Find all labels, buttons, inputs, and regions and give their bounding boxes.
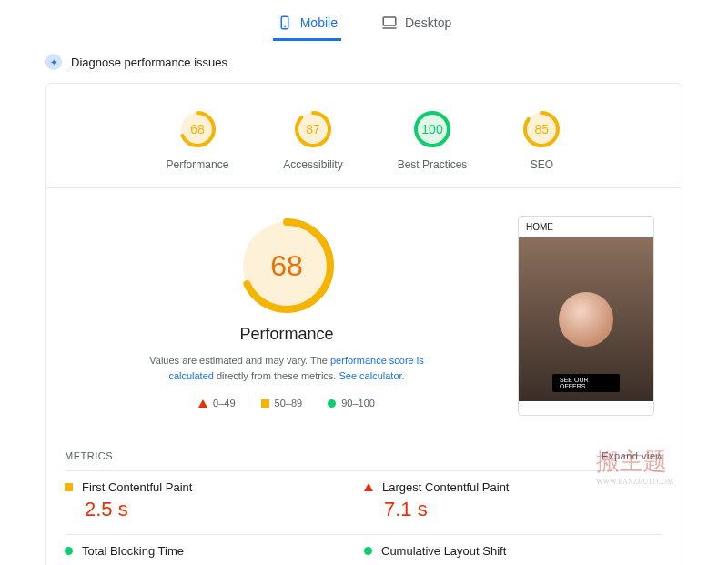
circle-icon bbox=[328, 399, 336, 408]
svg-rect-2 bbox=[383, 17, 396, 25]
gauge-label: SEO bbox=[531, 158, 553, 171]
metric-name: First Contentful Paint bbox=[82, 480, 192, 494]
gauge-value: 68 bbox=[177, 109, 217, 149]
preview-header: HOME bbox=[519, 217, 653, 237]
performance-gauge-large: 68 bbox=[237, 216, 337, 316]
mobile-icon bbox=[277, 15, 293, 31]
performance-section: 68 Performance Values are estimated and … bbox=[46, 188, 682, 434]
tab-desktop[interactable]: Desktop bbox=[378, 7, 455, 41]
metric-value: 30 ms bbox=[85, 561, 364, 565]
metric-value: 7.1 s bbox=[384, 498, 663, 521]
expand-view-link[interactable]: Expand view bbox=[602, 450, 663, 461]
metric-first-contentful-paint: First Contentful Paint2.5 s bbox=[65, 470, 364, 534]
circle-icon bbox=[65, 547, 73, 555]
gauge-performance[interactable]: 68Performance bbox=[167, 109, 229, 171]
triangle-icon bbox=[198, 399, 207, 408]
gauge-value: 87 bbox=[293, 109, 333, 149]
metric-total-blocking-time: Total Blocking Time30 ms bbox=[65, 534, 364, 565]
gauge-best-practices[interactable]: 100Best Practices bbox=[398, 109, 468, 171]
see-calculator-link[interactable]: See calculator. bbox=[339, 370, 404, 381]
performance-score: 68 bbox=[237, 216, 337, 316]
tab-mobile-label: Mobile bbox=[300, 15, 338, 30]
circle-icon bbox=[364, 547, 372, 555]
metric-cumulative-layout-shift: Cumulative Layout Shift0 bbox=[364, 534, 663, 565]
gauge-value: 85 bbox=[521, 109, 561, 149]
preview-person bbox=[559, 292, 613, 347]
device-tabs: Mobile Desktop bbox=[0, 0, 728, 41]
gauge-seo[interactable]: 85SEO bbox=[521, 109, 561, 171]
diagnose-header: ✦ Diagnose performance issues bbox=[0, 41, 728, 83]
preview-cta: SEE OUR OFFERS bbox=[552, 374, 620, 392]
diagnose-label: Diagnose performance issues bbox=[71, 55, 228, 69]
score-legend: 0–49 50–89 90–100 bbox=[198, 398, 375, 409]
gauge-label: Accessibility bbox=[283, 158, 342, 171]
metric-largest-contentful-paint: Largest Contentful Paint7.1 s bbox=[364, 470, 663, 534]
metrics-grid: First Contentful Paint2.5 sLargest Conte… bbox=[46, 470, 682, 565]
metric-value: 0 bbox=[384, 561, 663, 565]
page-preview: HOME SEE OUR OFFERS bbox=[518, 216, 654, 416]
report-card: 68Performance87Accessibility100Best Prac… bbox=[46, 83, 682, 565]
tab-desktop-label: Desktop bbox=[405, 15, 451, 30]
square-icon bbox=[65, 483, 73, 491]
metric-value: 2.5 s bbox=[85, 498, 364, 521]
gauge-label: Performance bbox=[167, 158, 229, 171]
metric-name: Total Blocking Time bbox=[82, 544, 184, 558]
gauge-row: 68Performance87Accessibility100Best Prac… bbox=[46, 84, 682, 188]
preview-image: SEE OUR OFFERS bbox=[519, 237, 653, 401]
metrics-header: METRICS Expand view bbox=[46, 434, 682, 470]
gauge-label: Best Practices bbox=[398, 158, 468, 171]
metric-name: Largest Contentful Paint bbox=[382, 480, 509, 494]
triangle-icon bbox=[364, 483, 373, 491]
performance-title: Performance bbox=[239, 325, 333, 344]
desktop-icon bbox=[381, 15, 398, 31]
gauge-value: 100 bbox=[412, 109, 452, 149]
metrics-title: METRICS bbox=[65, 450, 113, 461]
diagnose-icon: ✦ bbox=[46, 54, 62, 70]
performance-description: Values are estimated and may vary. The p… bbox=[132, 353, 441, 383]
gauge-accessibility[interactable]: 87Accessibility bbox=[283, 109, 342, 171]
tab-mobile[interactable]: Mobile bbox=[273, 7, 341, 41]
metric-name: Cumulative Layout Shift bbox=[381, 544, 506, 558]
square-icon bbox=[261, 399, 269, 408]
